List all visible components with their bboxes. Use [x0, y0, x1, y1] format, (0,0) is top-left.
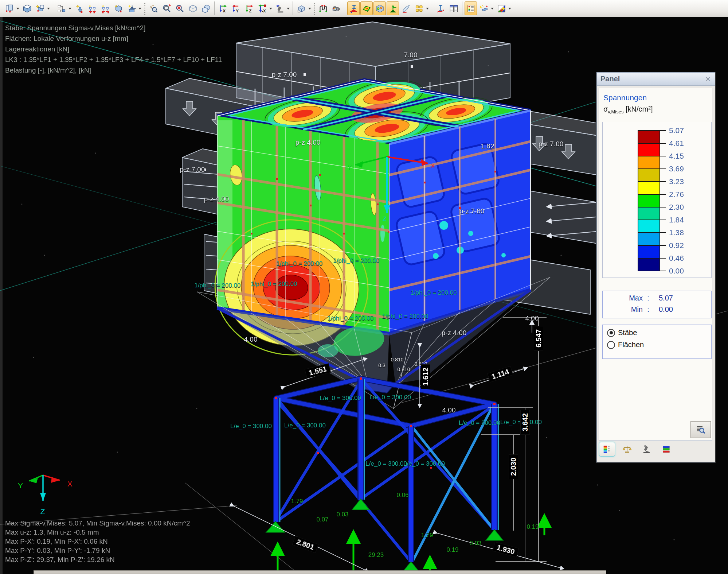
pan-zoom-button[interactable]: [147, 1, 160, 15]
color-settings-dropdown-arrow[interactable]: [508, 8, 511, 9]
view-isometric-dropdown-arrow[interactable]: [287, 8, 290, 9]
view-z-icon: Z: [244, 4, 254, 13]
control-panel-button[interactable]: [465, 1, 477, 15]
toolbar-drag-handle[interactable]: [313, 2, 316, 15]
tab-colorscale-icon: [602, 444, 612, 454]
new-model-button[interactable]: [34, 1, 46, 15]
regenerate-button[interactable]: [55, 1, 68, 15]
legend-tick: [659, 220, 666, 220]
results-smooth-button[interactable]: [400, 1, 412, 15]
pan-zoom-icon: [149, 4, 158, 13]
frame-deform-icon: [318, 4, 328, 13]
generate-model-icon: [114, 4, 124, 13]
panel-quantity-label: σv,Mises [kN/cm²]: [603, 105, 653, 115]
legend-tick-value: 3.23: [669, 177, 684, 186]
overlay-line: LK3 : 1.35*LF1 + 1.35*LF2 + 1.35*LF3 + L…: [5, 54, 222, 65]
factors-tab[interactable]: [619, 442, 635, 456]
legend-color-cell: [638, 169, 659, 182]
close-icon[interactable]: ×: [705, 75, 711, 83]
color-settings-button[interactable]: [495, 1, 508, 15]
results-surfaces-button[interactable]: [360, 1, 373, 15]
print-graphic-button[interactable]: [3, 1, 16, 15]
view-wireframe-button[interactable]: [187, 1, 199, 15]
radio-flchen[interactable]: Flächen: [607, 341, 711, 349]
view-minus-x-button[interactable]: -X: [256, 1, 269, 15]
result-values-button[interactable]: [413, 1, 425, 15]
panel-title: Panel: [600, 75, 705, 83]
control-panel-icon: [466, 4, 476, 13]
display-wand-button[interactable]: [478, 1, 490, 15]
frame-deform-button[interactable]: [317, 1, 329, 15]
display-tab[interactable]: [659, 442, 674, 456]
result-values-dropdown-arrow[interactable]: [426, 8, 429, 9]
toolbar-drag-handle[interactable]: [144, 2, 146, 15]
view-z-button[interactable]: Z: [243, 1, 255, 15]
new-model-dropdown-arrow[interactable]: [47, 8, 50, 9]
result-legend-text: Stäbe: Spannungen Sigma-v,Mises [kN/cm^2…: [5, 23, 222, 75]
results-supports-button[interactable]: [387, 1, 399, 15]
details-magnifier-button[interactable]: [690, 421, 711, 438]
import-loads-dropdown-arrow[interactable]: [138, 8, 141, 9]
convert-loads-b-icon: [101, 4, 110, 13]
visibility-cube-button[interactable]: [295, 1, 308, 15]
generate-model-button[interactable]: [112, 1, 125, 15]
legend-tick-value: 0.00: [669, 267, 684, 275]
legend-tick: [659, 168, 666, 169]
results-supports-icon: [388, 4, 398, 13]
view-y-icon: Y: [231, 4, 241, 13]
legend-tick: [659, 130, 666, 131]
view-minus-x-dropdown-arrow[interactable]: [269, 8, 272, 9]
radio-icon[interactable]: [607, 341, 615, 349]
convert-loads-a-button[interactable]: [86, 1, 98, 15]
generate-loads-icon: [74, 4, 84, 13]
horizontal-scrollbar[interactable]: [34, 570, 606, 574]
radio-icon[interactable]: [607, 329, 615, 337]
zoom-off-icon: [175, 4, 185, 13]
convert-loads-b-button[interactable]: [99, 1, 111, 15]
legend-tick-value: 2.76: [669, 190, 684, 199]
render-mode-button[interactable]: [330, 1, 343, 15]
svg-text:Y: Y: [236, 8, 239, 13]
view-solids-button[interactable]: [200, 1, 212, 15]
import-loads-button[interactable]: [125, 1, 138, 15]
new-model-icon: [35, 4, 45, 13]
panel-titlebar[interactable]: Panel ×: [597, 73, 715, 86]
filter-tab[interactable]: [639, 442, 654, 456]
panel-tabs: [599, 442, 678, 457]
legend-tick-value: 2.30: [669, 203, 684, 212]
print-graphic-dropdown-arrow[interactable]: [16, 8, 19, 9]
legend-tick: [659, 181, 666, 182]
svg-text:X: X: [223, 8, 226, 13]
visibility-cube-dropdown-arrow[interactable]: [308, 8, 311, 9]
stress-diagram-button[interactable]: [434, 1, 447, 15]
zoom-off-button[interactable]: [173, 1, 186, 15]
regenerate-dropdown-arrow[interactable]: [69, 8, 71, 9]
application-window: XYZ-X: [0, 0, 728, 574]
toolbar-separator: [462, 1, 462, 15]
view-minus-x-icon: -X: [258, 4, 267, 13]
color-scale-tab[interactable]: [599, 442, 615, 457]
view-y-button[interactable]: Y: [230, 1, 242, 15]
toolbar-separator: [345, 1, 345, 15]
view-x-button[interactable]: X: [217, 1, 229, 15]
result-tables-button[interactable]: [447, 1, 460, 15]
display-wand-dropdown-arrow[interactable]: [491, 8, 494, 9]
overlay-line: Belastung [-], [kN/m^2], [kN]: [5, 65, 222, 75]
legend-tick: [659, 194, 666, 195]
results-solids-button[interactable]: [373, 1, 386, 15]
max-row: Max: 5.07: [603, 294, 711, 302]
legend-tick-value: 5.07: [669, 126, 684, 135]
zoom-window-button[interactable]: [160, 1, 173, 15]
render-solid-button[interactable]: [21, 1, 33, 15]
legend-color-cell: [638, 233, 659, 246]
legend-tick: [659, 207, 666, 208]
print-graphic-icon: [5, 4, 15, 13]
import-loads-icon: [127, 4, 137, 13]
overlay-line: Stäbe: Spannungen Sigma-v,Mises [kN/cm^2…: [5, 23, 222, 33]
generate-loads-button[interactable]: [73, 1, 85, 15]
radio-stbe[interactable]: Stäbe: [607, 329, 711, 337]
view-isometric-button[interactable]: [274, 1, 286, 15]
details-magnifier-icon: [695, 424, 706, 435]
results-members-button[interactable]: [347, 1, 360, 15]
panel-body: Spannungen σv,Mises [kN/cm²] 5.074.614.1…: [599, 88, 712, 441]
